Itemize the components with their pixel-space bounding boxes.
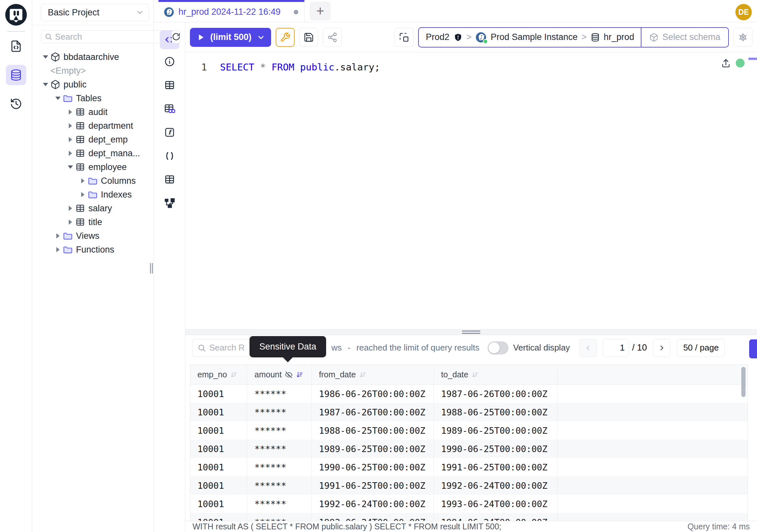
editor-icon-strip: f — [154, 22, 185, 532]
ai-assistant-button[interactable] — [733, 28, 752, 47]
panel-splitter[interactable] — [185, 329, 757, 335]
batch-query-button[interactable] — [395, 28, 413, 47]
cell-from_date: 1987-06-26T00:00:00Z — [312, 403, 434, 421]
rail-item-history[interactable] — [6, 94, 26, 114]
next-page-button[interactable] — [653, 339, 671, 357]
caret-right-icon[interactable] — [78, 192, 88, 197]
page-size-select[interactable]: 50 / page — [677, 339, 725, 357]
sql-editor[interactable]: 1 SELECT * FROM public.salary; — [185, 52, 757, 329]
caret-down-icon[interactable] — [41, 55, 50, 59]
sensitive-data-view-button[interactable] — [162, 101, 177, 117]
table-row[interactable]: 10001******1988-06-25T00:00:00Z1989-06-2… — [190, 421, 747, 440]
sidebar-search-box[interactable] — [41, 30, 168, 43]
table-row[interactable]: 10001******1992-06-24T00:00:00Z1993-06-2… — [190, 495, 747, 513]
caret-right-icon[interactable] — [66, 219, 75, 225]
content-column: (limit 500) Prod2 > — [185, 22, 757, 532]
tree-item-bbdataarchive[interactable]: bbdataarchive — [32, 50, 154, 64]
sidebar-search-input[interactable] — [55, 32, 165, 42]
column-header-emp-no[interactable]: emp_no — [190, 365, 247, 384]
run-query-button[interactable]: (limit 500) — [190, 28, 271, 47]
caret-right-icon[interactable] — [66, 137, 75, 142]
share-sheet-button[interactable] — [323, 28, 342, 47]
sidebar-resize-handle[interactable] — [150, 263, 153, 273]
caret-right-icon[interactable] — [66, 206, 75, 211]
tree-item-dept-mana[interactable]: dept_mana... — [32, 146, 154, 160]
tables-panel-button[interactable] — [162, 77, 177, 93]
caret-down-icon[interactable] — [41, 83, 50, 86]
instance-selector[interactable]: Prod Sample Instance — [475, 32, 578, 43]
tree-item-label: title — [88, 217, 102, 227]
prev-page-button[interactable] — [579, 339, 597, 357]
eye-off-icon[interactable] — [285, 371, 293, 379]
tree-item-functions[interactable]: Functions — [32, 243, 154, 257]
table-row[interactable]: 10001******1993-06-24T00:00:00Z1994-06-2… — [190, 513, 747, 521]
tree-item-title[interactable]: title — [32, 215, 154, 229]
sort-icon[interactable] — [230, 371, 237, 378]
table-row[interactable]: 10001******1989-06-25T00:00:00Z1990-06-2… — [190, 440, 747, 458]
tree-item-salary[interactable]: salary — [32, 202, 154, 215]
splitter-handle-icon[interactable] — [462, 330, 480, 334]
schema-selector[interactable]: Select schema — [641, 28, 728, 47]
export-sheet-icon[interactable] — [721, 58, 731, 68]
tree-item-public[interactable]: public — [32, 78, 154, 91]
sort-icon[interactable] — [359, 371, 366, 378]
bytebase-logo[interactable] — [5, 4, 27, 25]
sidebar: Basic Project bbdataarchive<Empty>public… — [32, 0, 154, 532]
external-tables-panel-button[interactable] — [162, 172, 177, 187]
tree-item-employee[interactable]: employee — [32, 160, 154, 174]
procedures-panel-button[interactable] — [162, 148, 177, 164]
rail-item-databases[interactable] — [6, 65, 26, 85]
table-row[interactable]: 10001******1991-06-25T00:00:00Z1992-06-2… — [190, 476, 747, 495]
avatar[interactable]: DE — [735, 4, 752, 20]
breadcrumb-separator: > — [467, 32, 472, 42]
refresh-schema-button[interactable] — [171, 30, 181, 43]
tab-hr-prod[interactable]: hr_prod 2024-11-22 16:49 — [159, 0, 305, 22]
save-sheet-button[interactable] — [299, 28, 318, 47]
tree-item-label: audit — [88, 107, 108, 117]
caret-down-icon[interactable] — [66, 166, 75, 169]
column-header-amount[interactable]: amount — [247, 365, 312, 384]
admin-wrench-button[interactable] — [276, 28, 295, 47]
info-button[interactable] — [162, 54, 177, 70]
tree-item-audit[interactable]: audit — [32, 105, 154, 119]
project-selector[interactable]: Basic Project — [41, 4, 149, 21]
tree-item-tables[interactable]: Tables — [32, 91, 154, 105]
sort-icon[interactable] — [471, 371, 479, 378]
table-scrollbar-thumb[interactable] — [741, 367, 745, 397]
table-row[interactable]: 10001******1987-06-26T00:00:00Z1988-06-2… — [190, 403, 747, 421]
dash: - — [348, 343, 351, 353]
sort-icon-active[interactable] — [296, 371, 303, 378]
tree-item-empty[interactable]: <Empty> — [32, 64, 154, 78]
caret-right-icon[interactable] — [53, 247, 63, 252]
tree-item-label: salary — [88, 203, 112, 214]
cell-to_date: 1994-06-24T00:00:00Z — [434, 513, 558, 521]
caret-right-icon[interactable] — [66, 151, 75, 156]
caret-right-icon[interactable] — [66, 123, 75, 128]
tree-item-columns[interactable]: Columns — [32, 174, 154, 188]
tree-item-department[interactable]: department — [32, 119, 154, 133]
tree-item-views[interactable]: Views — [32, 229, 154, 243]
environment-selector[interactable]: Prod2 — [426, 32, 463, 42]
table-row[interactable]: 10001******1986-06-26T00:00:00Z1987-06-2… — [190, 385, 747, 403]
table-icon — [75, 217, 88, 227]
caret-right-icon[interactable] — [78, 178, 88, 183]
cell-emp_no: 10001 — [190, 458, 247, 476]
tree-item-indexes[interactable]: Indexes — [32, 188, 154, 202]
new-tab-button[interactable]: + — [310, 2, 331, 21]
export-results-button[interactable] — [749, 339, 757, 359]
table-row[interactable]: 10001******1990-06-25T00:00:00Z1991-06-2… — [190, 458, 747, 476]
schema-diagram-button[interactable] — [162, 195, 177, 211]
rail-item-worksheets[interactable] — [6, 36, 26, 56]
column-header-to-date[interactable]: to_date — [434, 365, 558, 384]
caret-right-icon[interactable] — [53, 233, 63, 238]
run-options-chevron-icon[interactable] — [257, 33, 265, 42]
tree-item-dept-emp[interactable]: dept_emp — [32, 133, 154, 146]
database-selector[interactable]: hr_prod — [591, 32, 634, 42]
cell-to_date: 1987-06-26T00:00:00Z — [434, 385, 558, 403]
vertical-display-toggle[interactable] — [488, 341, 508, 355]
caret-down-icon[interactable] — [53, 97, 63, 100]
functions-panel-button[interactable]: f — [162, 124, 177, 140]
column-header-from-date[interactable]: from_date — [312, 365, 434, 384]
caret-right-icon[interactable] — [66, 110, 75, 115]
page-number-input[interactable] — [603, 339, 629, 357]
